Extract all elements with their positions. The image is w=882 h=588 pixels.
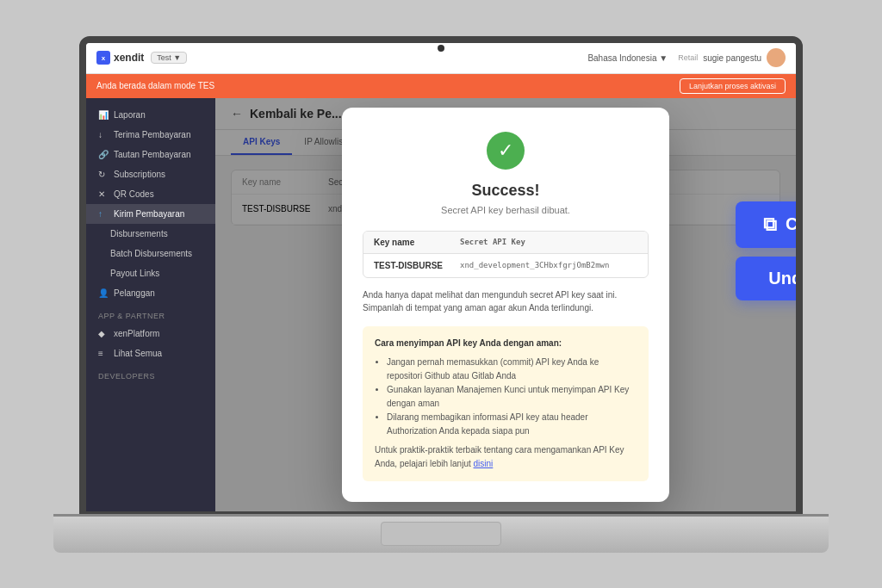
- modal-subtitle: Secret API key berhasil dibuat.: [363, 205, 649, 215]
- language-selector[interactable]: Bahasa Indonesia ▼: [587, 53, 668, 63]
- modal-api-table: Key name Secret API Key TEST-DISBURSE xn…: [363, 231, 649, 278]
- list-item-3: Dilarang membagikan informasi API key at…: [387, 411, 637, 438]
- sidebar-item-label: Subscriptions: [114, 170, 165, 179]
- info-link[interactable]: disini: [474, 459, 494, 468]
- terima-icon: ↓: [98, 130, 109, 139]
- sidebar-item-qr[interactable]: ✕ QR Codes: [86, 184, 215, 204]
- main-area: 📊 Laporan ↓ Terima Pembayaran 🔗 Tautan P…: [86, 98, 796, 511]
- modal-row-name: TEST-DISBURSE: [374, 261, 460, 270]
- laporan-icon: 📊: [98, 110, 109, 120]
- modal-warning: Anda hanya dapat melihat dan mengunduh s…: [363, 288, 649, 314]
- copy-label: Copy: [786, 214, 796, 234]
- sidebar-item-label: Disbursements: [110, 229, 168, 238]
- sidebar-item-tautan[interactable]: 🔗 Tautan Pembayaran: [86, 145, 215, 164]
- notification-message: Anda berada dalam mode TES: [96, 81, 214, 90]
- sidebar-item-terima-pembayaran[interactable]: ↓ Terima Pembayaran: [86, 125, 215, 145]
- qr-icon: ✕: [98, 189, 109, 199]
- sidebar-item-label: Terima Pembayaran: [114, 130, 190, 139]
- modal-table-header: Key name Secret API Key: [363, 232, 648, 254]
- subscriptions-icon: ↻: [98, 170, 109, 179]
- tautan-icon: 🔗: [98, 150, 109, 159]
- xenplatform-icon: ◆: [98, 329, 109, 338]
- success-modal: ✓ Success! Secret API key berhasil dibua…: [342, 108, 669, 502]
- floating-buttons: ⧉ Copy Unduh: [736, 201, 796, 300]
- sidebar-item-subscriptions[interactable]: ↻ Subscriptions: [86, 164, 215, 184]
- list-item-2: Gunakan layanan Manajemen Kunci untuk me…: [387, 383, 637, 411]
- webcam: [438, 45, 444, 52]
- avatar: [767, 48, 786, 67]
- topbar-right: Bahasa Indonesia ▼ Retail sugie pangestu: [587, 48, 786, 67]
- laptop-screen: x xendit Test ▼ Bahasa Indonesia ▼ Retai…: [79, 36, 803, 518]
- topbar-left: x xendit Test ▼: [96, 51, 187, 65]
- user-info: Retail sugie pangestu: [678, 48, 786, 67]
- sidebar-item-payout[interactable]: Payout Links: [86, 263, 215, 283]
- list-item-1: Jangan pernah memasukkan (commit) API ke…: [387, 356, 637, 383]
- app-partner-label: APP & PARTNER: [86, 303, 215, 324]
- sidebar-item-label: Kirim Pembayaran: [114, 209, 184, 219]
- sidebar-item-label: Laporan: [114, 110, 146, 120]
- sidebar-item-label: Lihat Semua: [114, 349, 162, 358]
- kirim-icon: ↑: [98, 209, 109, 219]
- notification-bar: Anda berada dalam mode TES Lanjutkan pro…: [86, 74, 796, 98]
- xendit-logo-icon: x: [96, 51, 110, 65]
- copy-icon: ⧉: [763, 214, 777, 236]
- sidebar-item-kirim[interactable]: ↑ Kirim Pembayaran: [86, 204, 215, 224]
- activation-button[interactable]: Lanjutkan proses aktivasi: [680, 78, 786, 94]
- sidebar: 📊 Laporan ↓ Terima Pembayaran 🔗 Tautan P…: [86, 98, 215, 511]
- xendit-logo: x xendit: [96, 51, 144, 65]
- success-icon: ✓: [487, 132, 525, 170]
- sidebar-item-xenplatform[interactable]: ◆ xenPlatform: [86, 324, 215, 344]
- modal-title: Success!: [363, 182, 649, 200]
- info-box-title: Cara menyimpan API key Anda dengan aman:: [375, 337, 637, 350]
- modal-table-row: TEST-DISBURSE xnd_development_3CHbxfgrjO…: [363, 254, 648, 277]
- modal-overlay: ✓ Success! Secret API key berhasil dibua…: [215, 98, 796, 511]
- sidebar-item-batch[interactable]: Batch Disbursements: [86, 244, 215, 263]
- info-box-list: Jangan pernah memasukkan (commit) API ke…: [375, 356, 637, 438]
- logo-text: xendit: [114, 52, 144, 64]
- modal-col-secretkey: Secret API Key: [460, 238, 637, 247]
- modal-col-keyname: Key name: [374, 238, 460, 247]
- sidebar-item-label: Pelanggan: [114, 288, 155, 298]
- info-footer-text: Untuk praktik-praktik terbaik tentang ca…: [375, 445, 624, 468]
- sidebar-item-laporan[interactable]: 📊 Laporan: [86, 105, 215, 125]
- user-name: sugie pangestu: [703, 53, 761, 63]
- pelanggan-icon: 👤: [98, 288, 109, 298]
- unduh-button[interactable]: Unduh: [736, 257, 796, 300]
- sidebar-item-disbursements[interactable]: Disbursements: [86, 224, 215, 244]
- sidebar-item-label: xenPlatform: [114, 329, 159, 338]
- unduh-label: Unduh: [768, 269, 796, 288]
- trackpad: [381, 522, 501, 546]
- copy-button[interactable]: ⧉ Copy: [736, 201, 796, 248]
- lihat-icon: ≡: [98, 349, 109, 358]
- user-role: Retail: [678, 53, 698, 62]
- sidebar-item-label: Payout Links: [110, 269, 159, 278]
- test-badge[interactable]: Test ▼: [151, 52, 187, 64]
- sidebar-item-pelanggan[interactable]: 👤 Pelanggan: [86, 283, 215, 303]
- content-area: ← Kembali ke Pe... API Keys IP Allowlist…: [215, 98, 796, 511]
- sidebar-item-lihat-semua[interactable]: ≡ Lihat Semua: [86, 344, 215, 363]
- modal-info-box: Cara menyimpan API key Anda dengan aman:…: [363, 326, 649, 481]
- developers-label: DEVELOPERS: [86, 363, 215, 384]
- laptop-base: [53, 514, 829, 553]
- sidebar-item-label: Tautan Pembayaran: [114, 150, 191, 159]
- sidebar-item-label: Batch Disbursements: [110, 249, 192, 258]
- modal-row-key: xnd_development_3CHbxfgrjOmB2mwn: [460, 261, 637, 269]
- sidebar-item-label: QR Codes: [114, 189, 154, 199]
